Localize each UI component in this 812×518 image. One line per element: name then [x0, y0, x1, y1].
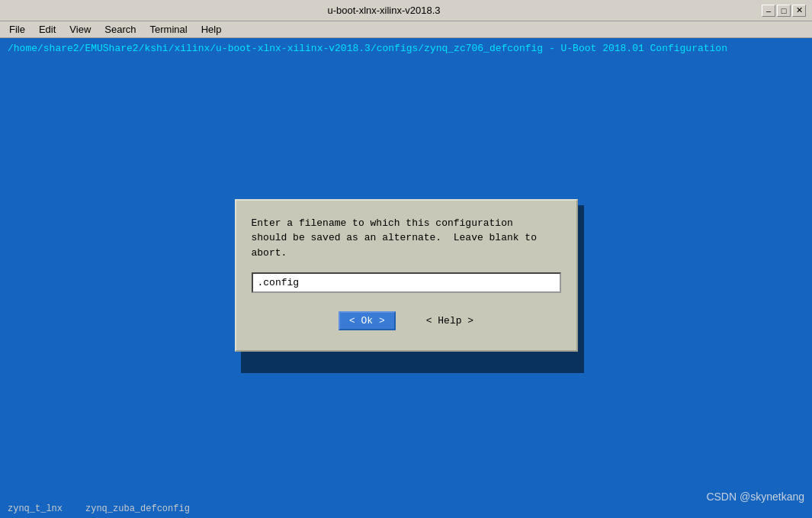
maximize-button[interactable]: □: [777, 5, 791, 17]
menu-help[interactable]: Help: [195, 22, 228, 37]
bottom-item-1: zynq_zuba_defconfig: [85, 504, 190, 514]
dialog-buttons: < Ok > < Help >: [252, 311, 561, 330]
minimize-button[interactable]: –: [762, 5, 775, 17]
menu-file[interactable]: File: [3, 22, 31, 37]
bottom-item-0: zynq_t_lnx: [8, 504, 63, 514]
title-bar: u-boot-xlnx-xilinx-v2018.3 – □ ✕: [0, 0, 812, 21]
menu-edit[interactable]: Edit: [33, 22, 62, 37]
menu-search[interactable]: Search: [98, 22, 142, 37]
menu-terminal[interactable]: Terminal: [144, 22, 194, 37]
close-button[interactable]: ✕: [792, 5, 806, 17]
dialog-message: Enter a filename to which this configura…: [252, 216, 561, 261]
ok-button[interactable]: < Ok >: [339, 311, 396, 330]
title-controls: – □ ✕: [762, 5, 806, 17]
help-button[interactable]: < Help >: [426, 315, 473, 327]
terminal-path-line: /home/share2/EMUShare2/kshi/xilinx/u-boo…: [5, 41, 807, 56]
menu-view[interactable]: View: [63, 22, 97, 37]
bottom-bar: zynq_t_lnx zynq_zuba_defconfig: [0, 500, 812, 518]
terminal-area: /home/share2/EMUShare2/kshi/xilinx/u-boo…: [0, 38, 812, 518]
filename-input[interactable]: [252, 272, 561, 293]
dialog-overlay: Enter a filename to which this configura…: [235, 199, 578, 352]
menu-bar: File Edit View Search Terminal Help: [0, 21, 812, 38]
window-title: u-boot-xlnx-xilinx-v2018.3: [6, 5, 762, 16]
watermark: CSDN @skynetkang: [706, 491, 804, 503]
dialog-box: Enter a filename to which this configura…: [235, 199, 578, 352]
